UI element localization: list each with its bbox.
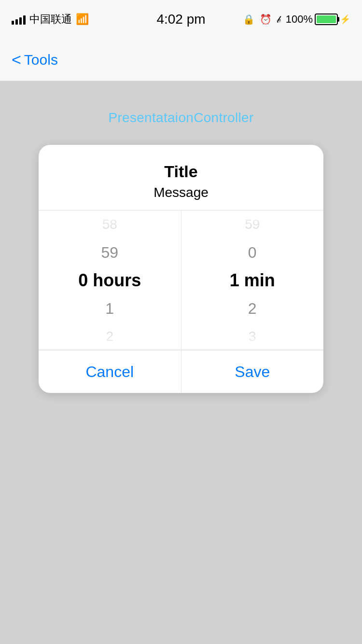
signal-bar-3 xyxy=(19,17,22,25)
back-label: Tools xyxy=(24,52,58,68)
hours-picker-column[interactable]: 58 59 0 hours 1 2 3 xyxy=(39,210,181,350)
carrier-name: 中国联通 xyxy=(29,12,72,27)
hours-picker-numbers: 58 59 0 hours 1 2 3 xyxy=(39,210,181,350)
minutes-item-2: 2 xyxy=(181,294,324,322)
screen-title: PresentataionController xyxy=(108,110,253,126)
dialog-buttons: Cancel Save xyxy=(39,350,323,393)
minutes-item-3: 3 xyxy=(181,322,324,350)
cancel-button[interactable]: Cancel xyxy=(39,350,181,393)
minutes-item-0: 0 xyxy=(181,238,324,266)
minutes-picker-numbers: 59 0 1 min 2 3 4 xyxy=(181,210,324,350)
bluetooth-icon: 𝒷 xyxy=(277,14,281,25)
dialog-card: Title Message 58 59 0 hours 1 2 3 xyxy=(39,145,323,393)
charging-icon: ⚡ xyxy=(340,14,350,25)
back-button[interactable]: < Tools xyxy=(12,52,58,68)
nav-bar: < Tools xyxy=(0,39,362,81)
dialog-message: Message xyxy=(56,185,306,200)
status-bar: 中国联通 📶 4:02 pm 🔒 ⏰ 𝒷 100% ⚡ xyxy=(0,0,362,39)
status-left: 中国联通 📶 xyxy=(12,12,89,27)
main-content: PresentataionController Title Message 58… xyxy=(0,81,362,422)
minutes-item-59: 59 xyxy=(181,210,324,238)
back-chevron-icon: < xyxy=(12,51,21,68)
status-time: 4:02 pm xyxy=(156,12,205,27)
hours-item-59: 59 xyxy=(39,238,181,266)
hours-item-2: 2 xyxy=(39,322,181,350)
signal-bars-icon xyxy=(12,14,26,25)
lock-rotation-icon: 🔒 xyxy=(243,14,255,25)
signal-bar-1 xyxy=(12,21,14,25)
battery-icon xyxy=(315,14,338,25)
hours-item-58: 58 xyxy=(39,210,181,238)
hours-item-1: 1 xyxy=(39,294,181,322)
save-button[interactable]: Save xyxy=(181,350,324,393)
alarm-icon: ⏰ xyxy=(260,14,272,25)
signal-bar-2 xyxy=(15,19,18,25)
status-right: 🔒 ⏰ 𝒷 100% ⚡ xyxy=(243,13,350,26)
battery-indicator: 100% ⚡ xyxy=(286,13,350,26)
battery-percent: 100% xyxy=(286,13,313,26)
dialog-header: Title Message xyxy=(39,145,323,200)
signal-bar-4 xyxy=(23,15,26,25)
dialog-title: Title xyxy=(56,162,306,181)
picker-container[interactable]: 58 59 0 hours 1 2 3 59 0 1 min 2 3 xyxy=(39,210,323,350)
minutes-picker-column[interactable]: 59 0 1 min 2 3 4 xyxy=(181,210,324,350)
hours-item-0-selected: 0 hours xyxy=(39,266,181,294)
wifi-icon: 📶 xyxy=(76,13,89,26)
minutes-item-1-selected: 1 min xyxy=(181,266,324,294)
battery-fill xyxy=(317,15,336,23)
